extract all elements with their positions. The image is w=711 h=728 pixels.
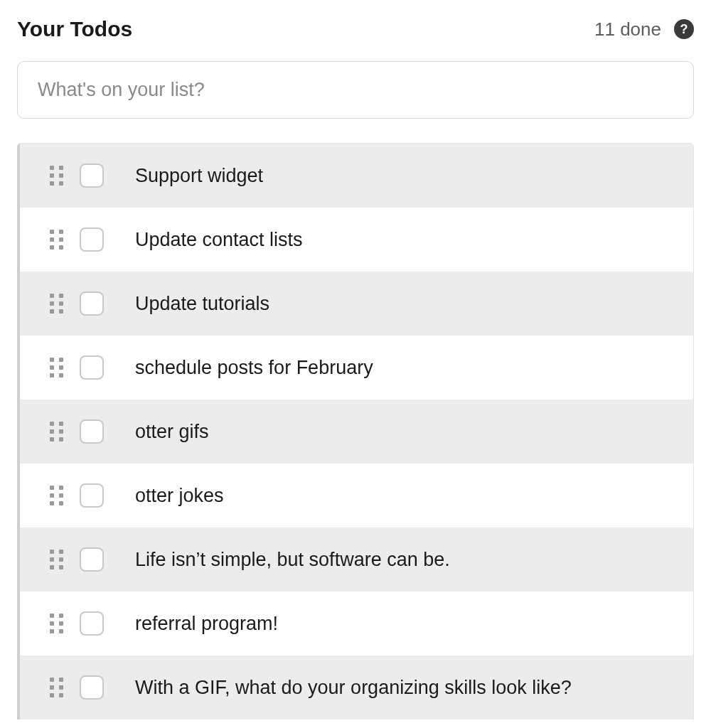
todo-row[interactable]: schedule posts for February bbox=[20, 336, 693, 400]
todo-checkbox[interactable] bbox=[80, 675, 104, 700]
drag-handle-icon[interactable] bbox=[48, 485, 64, 506]
todo-checkbox[interactable] bbox=[80, 228, 104, 252]
todo-row[interactable]: referral program! bbox=[20, 592, 693, 655]
todo-row[interactable]: Update tutorials bbox=[20, 272, 693, 336]
todo-text: Support widget bbox=[135, 163, 263, 188]
todo-row[interactable]: Life isn’t simple, but software can be. bbox=[20, 528, 693, 592]
header: Your Todos 11 done ? bbox=[17, 17, 694, 41]
drag-handle-icon[interactable] bbox=[48, 677, 64, 698]
todo-checkbox[interactable] bbox=[80, 419, 104, 444]
todo-text: With a GIF, what do your organizing skil… bbox=[135, 675, 572, 700]
drag-handle-icon[interactable] bbox=[48, 421, 64, 442]
drag-handle-icon[interactable] bbox=[48, 549, 64, 570]
todo-text: Update contact lists bbox=[135, 227, 303, 252]
drag-handle-icon[interactable] bbox=[48, 357, 64, 378]
todo-text: otter jokes bbox=[135, 483, 224, 508]
todo-text: otter gifs bbox=[135, 419, 209, 444]
todo-text: Life isn’t simple, but software can be. bbox=[135, 547, 450, 572]
page-title: Your Todos bbox=[17, 17, 132, 41]
todo-row[interactable]: Support widget bbox=[20, 144, 693, 208]
todo-checkbox[interactable] bbox=[80, 483, 104, 508]
todo-checkbox[interactable] bbox=[80, 355, 104, 380]
todo-row[interactable]: With a GIF, what do your organizing skil… bbox=[20, 655, 693, 719]
todo-row[interactable]: Update contact lists bbox=[20, 208, 693, 272]
drag-handle-icon[interactable] bbox=[48, 229, 64, 250]
new-todo-input[interactable] bbox=[17, 61, 694, 119]
todo-text: referral program! bbox=[135, 611, 278, 636]
todo-checkbox[interactable] bbox=[80, 291, 104, 316]
todo-list: Support widgetUpdate contact listsUpdate… bbox=[17, 143, 694, 719]
todos-panel: Your Todos 11 done ? Support widgetUpdat… bbox=[0, 0, 711, 719]
drag-handle-icon[interactable] bbox=[48, 165, 64, 186]
todo-checkbox[interactable] bbox=[80, 547, 104, 572]
drag-handle-icon[interactable] bbox=[48, 613, 64, 634]
todo-row[interactable]: otter gifs bbox=[20, 400, 693, 464]
todo-text: Update tutorials bbox=[135, 291, 269, 316]
done-count[interactable]: 11 done bbox=[594, 18, 661, 41]
help-icon[interactable]: ? bbox=[674, 19, 694, 39]
todo-text: schedule posts for February bbox=[135, 355, 373, 380]
header-right: 11 done ? bbox=[594, 18, 694, 41]
todo-checkbox[interactable] bbox=[80, 611, 104, 636]
todo-checkbox[interactable] bbox=[80, 164, 104, 188]
drag-handle-icon[interactable] bbox=[48, 293, 64, 314]
todo-row[interactable]: otter jokes bbox=[20, 464, 693, 528]
